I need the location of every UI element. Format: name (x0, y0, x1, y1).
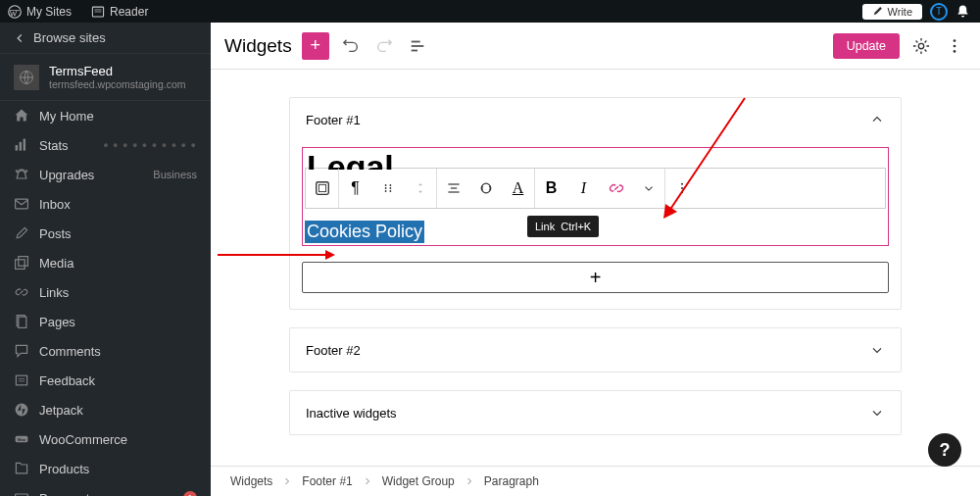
selected-paragraph-text[interactable]: Cookies Policy (305, 221, 424, 243)
text-color-button[interactable]: A (502, 169, 534, 208)
inactive-widgets-panel: Inactive widgets (289, 390, 902, 435)
notifications-icon[interactable] (956, 4, 970, 19)
home-icon (14, 108, 29, 124)
footer-2-header[interactable]: Footer #2 (290, 328, 901, 372)
chevron-down-icon (869, 405, 885, 421)
posts-icon (14, 225, 29, 241)
feedback-icon (14, 372, 29, 388)
more-formatting-button[interactable] (632, 169, 664, 208)
reader-icon (91, 5, 105, 19)
footer-2-panel: Footer #2 (289, 327, 902, 372)
svg-rect-10 (19, 257, 28, 267)
browse-sites-link[interactable]: Browse sites (0, 23, 211, 54)
sidebar-item-links[interactable]: Links (0, 277, 211, 307)
more-options-button[interactable] (943, 34, 966, 58)
upgrades-icon (14, 167, 29, 182)
paragraph-button[interactable]: ¶ (339, 169, 371, 208)
svg-point-16 (16, 404, 28, 417)
bold-button[interactable]: B (535, 169, 567, 208)
gear-icon (912, 37, 930, 55)
block-type-button[interactable] (306, 169, 338, 208)
sidebar-item-my-home[interactable]: My Home (0, 101, 211, 130)
transform-button[interactable] (469, 169, 502, 208)
svg-rect-28 (316, 182, 328, 195)
svg-rect-29 (318, 184, 325, 191)
sidebar-item-comments[interactable]: Comments (0, 336, 211, 366)
settings-button[interactable] (909, 34, 933, 58)
breadcrumb-item[interactable]: Widgets (230, 474, 272, 488)
chevron-up-icon (869, 112, 885, 127)
chevron-down-icon (869, 342, 885, 358)
write-button[interactable]: Write (862, 4, 922, 20)
site-header[interactable]: TermsFeed termsfeed.wpcomstaging.com (0, 54, 211, 101)
dots-vertical-icon (675, 181, 689, 195)
sidebar-item-media[interactable]: Media (0, 248, 211, 277)
chevron-right-icon (465, 476, 474, 486)
list-view-button[interactable] (406, 34, 429, 58)
italic-button[interactable]: I (567, 169, 600, 208)
heading-block[interactable]: Legal (305, 150, 886, 170)
add-block-button[interactable]: + (302, 32, 329, 60)
stats-icon (14, 137, 29, 153)
drag-icon (382, 182, 394, 194)
sidebar-item-stats[interactable]: Stats● ● ● ● ● ● ● ● ● ● (0, 130, 211, 160)
svg-point-26 (954, 44, 956, 47)
undo-button[interactable] (339, 34, 363, 58)
block-toolbar: ¶ A B I (305, 168, 886, 209)
help-button[interactable]: ? (928, 433, 961, 467)
sidebar-item-pages[interactable]: Pages (0, 307, 211, 336)
inbox-icon (14, 196, 29, 212)
update-button[interactable]: Update (833, 33, 900, 59)
svg-rect-13 (16, 375, 26, 385)
svg-point-39 (680, 183, 682, 185)
inactive-widgets-header[interactable]: Inactive widgets (290, 391, 901, 434)
svg-text:Woo: Woo (18, 437, 26, 442)
footer-1-header[interactable]: Footer #1 (290, 98, 901, 141)
move-button[interactable] (404, 169, 436, 208)
link-button[interactable] (600, 169, 632, 208)
add-block-inline-button[interactable]: + (302, 262, 889, 293)
redo-button[interactable] (372, 34, 396, 58)
link-tooltip: Link Ctrl+K (527, 216, 599, 237)
sidebar-item-payments[interactable]: Payments1 (0, 483, 211, 496)
svg-point-35 (389, 190, 391, 192)
align-button[interactable] (437, 169, 469, 208)
links-icon (14, 284, 29, 300)
svg-rect-12 (19, 317, 26, 327)
sidebar-item-products[interactable]: Products (0, 454, 211, 483)
breadcrumb-item[interactable]: Paragraph (484, 474, 539, 488)
products-icon (14, 461, 29, 476)
payments-icon (14, 490, 29, 496)
reader-link[interactable]: Reader (83, 5, 156, 19)
breadcrumb: Widgets Footer #1 Widget Group Paragraph (211, 466, 980, 496)
woo-icon: Woo (14, 431, 29, 447)
block-more-button[interactable] (665, 169, 698, 208)
svg-rect-5 (16, 145, 18, 151)
svg-point-31 (389, 184, 391, 186)
svg-point-34 (384, 190, 386, 192)
chevron-right-icon (363, 476, 372, 486)
sidebar-item-upgrades[interactable]: UpgradesBusiness (0, 160, 211, 189)
my-sites-label: My Sites (26, 5, 72, 19)
pages-icon (14, 314, 29, 329)
sidebar-item-woocommerce[interactable]: WooWooCommerce (0, 424, 211, 454)
sidebar-item-inbox[interactable]: Inbox (0, 189, 211, 219)
sidebar-item-feedback[interactable]: Feedback (0, 366, 211, 395)
comments-icon (14, 343, 29, 359)
breadcrumb-item[interactable]: Widget Group (382, 474, 455, 488)
drag-handle[interactable] (371, 169, 404, 208)
badge: 1 (183, 491, 197, 496)
svg-point-40 (680, 187, 682, 189)
svg-rect-6 (20, 142, 22, 151)
sidebar-item-jetpack[interactable]: Jetpack (0, 395, 211, 424)
link-icon (608, 179, 625, 197)
svg-point-25 (954, 39, 956, 42)
breadcrumb-item[interactable]: Footer #1 (302, 474, 352, 488)
sidebar-item-posts[interactable]: Posts (0, 219, 211, 248)
my-sites-link[interactable]: My Sites (0, 5, 79, 19)
wordpress-icon (8, 5, 22, 19)
svg-rect-9 (16, 260, 25, 270)
svg-point-41 (680, 191, 682, 193)
svg-rect-7 (24, 139, 25, 151)
avatar[interactable]: T (930, 3, 948, 21)
